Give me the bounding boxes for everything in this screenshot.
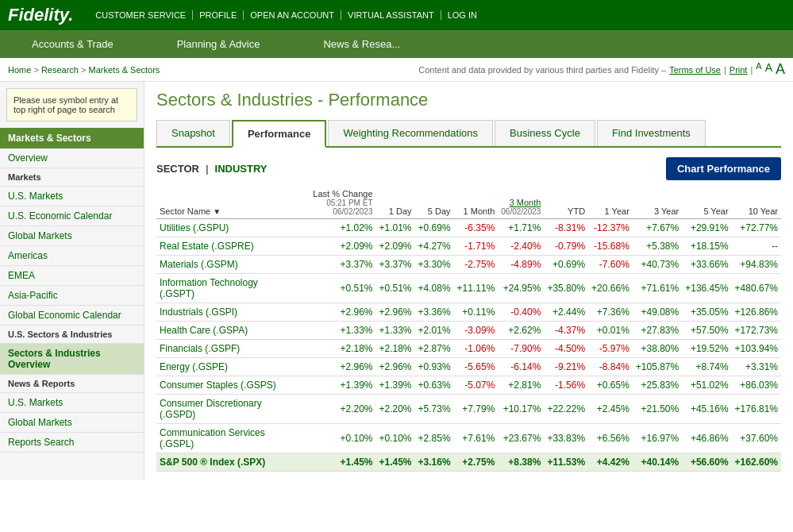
chart-performance-button[interactable]: Chart Performance — [666, 157, 781, 180]
sector-link[interactable]: Utilities (.GSPU) — [160, 222, 229, 233]
cell-5year: +35.05% — [682, 303, 731, 322]
tab-snapshot[interactable]: Snapshot — [156, 120, 230, 146]
cell-5day: +2.01% — [415, 322, 454, 340]
th-3month: 3 Month 06/02/2023 — [498, 187, 544, 219]
news-research-nav[interactable]: News & Resea... — [291, 30, 432, 58]
cell-5day: +3.36% — [415, 303, 454, 322]
cell-5day: +5.73% — [415, 395, 454, 424]
th-sector-name[interactable]: Sector Name ▼ — [156, 187, 296, 219]
top-nav-links: CUSTOMER SERVICE PROFILE OPEN AN ACCOUNT… — [89, 10, 483, 20]
open-account-link[interactable]: OPEN AN ACCOUNT — [244, 10, 341, 20]
cell-last: +2.20% — [296, 395, 375, 424]
sector-link[interactable]: Energy (.GSPE) — [160, 361, 228, 372]
cell-ytd: -8.31% — [544, 219, 588, 237]
sector-link[interactable]: Information Technology (.GSPT) — [160, 277, 258, 299]
th-1year[interactable]: 1 Year — [588, 187, 633, 219]
cell-ytd: -9.21% — [544, 358, 588, 376]
sector-name-sort[interactable]: Sector Name — [160, 206, 210, 216]
sidebar-item-americas[interactable]: Americas — [0, 246, 144, 266]
industry-label[interactable]: INDUSTRY — [215, 163, 268, 175]
breadcrumb-markets[interactable]: Markets & Sectors — [89, 65, 160, 75]
cell-last: +0.10% — [296, 424, 375, 453]
accounts-trade-nav[interactable]: Accounts & Trade — [0, 30, 145, 58]
sector-link[interactable]: Consumer Discretionary (.GSPD) — [160, 398, 262, 420]
fidelity-logo: Fidelity. — [8, 5, 73, 25]
tab-performance[interactable]: Performance — [232, 120, 326, 148]
table-row: Utilities (.GSPU)+1.02%+1.01%+0.69%-6.35… — [156, 219, 781, 237]
3month-date: 06/02/2023 — [501, 207, 541, 216]
table-row: Communication Services (.GSPL)+0.10%+0.1… — [156, 424, 781, 453]
table-row: Consumer Staples (.GSPS)+1.39%+1.39%+0.6… — [156, 376, 781, 395]
sector-link[interactable]: Health Care (.GSPA) — [160, 325, 248, 336]
terms-of-use-link[interactable]: Terms of Use — [669, 65, 721, 75]
sidebar-alert: Please use symbol entry at top right of … — [6, 88, 137, 121]
planning-advice-nav[interactable]: Planning & Advice — [145, 30, 292, 58]
sidebar-item-news-us-markets[interactable]: U.S. Markets — [0, 393, 144, 413]
sector-link[interactable]: Materials (.GSPM) — [160, 259, 238, 270]
sidebar-item-global-markets[interactable]: Global Markets — [0, 226, 144, 246]
sidebar-item-sectors-overview[interactable]: Sectors & Industries Overview — [0, 344, 144, 375]
sidebar-item-us-economic-calendar[interactable]: U.S. Economic Calendar — [0, 206, 144, 226]
virtual-assistant-link[interactable]: VIRTUAL ASSISTANT — [341, 10, 441, 20]
tab-business-cycle[interactable]: Business Cycle — [495, 120, 595, 146]
cell-1day: +1.01% — [376, 219, 415, 237]
font-small[interactable]: A — [756, 61, 761, 78]
main-nav: Accounts & Trade Planning & Advice News … — [0, 30, 793, 58]
cell-1day: +1.39% — [376, 376, 415, 395]
sector-link[interactable]: Consumer Staples (.GSPS) — [160, 380, 276, 391]
cell-1year: -15.68% — [588, 237, 633, 256]
cell-10year: +172.73% — [732, 322, 781, 340]
cell-5year: +51.02% — [682, 376, 731, 395]
th-5year[interactable]: 5 Year — [682, 187, 731, 219]
cell-5day: +4.27% — [415, 237, 454, 256]
cell-3month: -0.40% — [498, 303, 544, 322]
sector-link[interactable]: S&P 500 ® Index (.SPX) — [160, 457, 265, 468]
cell-3month: +8.38% — [498, 453, 544, 472]
cell-1day: +2.96% — [376, 358, 415, 376]
th-1day[interactable]: 1 Day — [376, 187, 415, 219]
font-large[interactable]: A — [776, 61, 785, 78]
th-1month[interactable]: 1 Month — [454, 187, 499, 219]
breadcrumb-home[interactable]: Home — [8, 65, 31, 75]
cell-5year: +46.86% — [682, 424, 731, 453]
cell-5year: +136.45% — [682, 274, 731, 303]
cell-5day: +4.08% — [415, 274, 454, 303]
tab-find-investments[interactable]: Find Investments — [597, 120, 706, 146]
cell-1month: +0.11% — [454, 303, 499, 322]
sidebar-item-us-markets[interactable]: U.S. Markets — [0, 187, 144, 206]
sector-link[interactable]: Industrials (.GSPI) — [160, 306, 237, 318]
print-link[interactable]: Print — [729, 65, 748, 75]
sector-toggle: SECTOR | INDUSTRY — [156, 163, 268, 175]
font-medium[interactable]: A — [765, 61, 772, 78]
sidebar-item-news-global-markets[interactable]: Global Markets — [0, 413, 144, 433]
th-3year[interactable]: 3 Year — [633, 187, 682, 219]
cell-3month: -2.40% — [498, 237, 544, 256]
sector-link[interactable]: Communication Services (.GSPL) — [160, 427, 265, 449]
breadcrumb-research[interactable]: Research — [41, 65, 79, 75]
sector-link[interactable]: Financials (.GSPF) — [160, 343, 240, 354]
sidebar-item-global-economic-calendar[interactable]: Global Economic Calendar — [0, 306, 144, 326]
sidebar-item-overview[interactable]: Overview — [0, 148, 144, 168]
th-ytd[interactable]: YTD — [544, 187, 588, 219]
profile-link[interactable]: PROFILE — [193, 10, 244, 20]
cell-1year: -5.97% — [588, 340, 633, 358]
sidebar-item-emea[interactable]: EMEA — [0, 266, 144, 286]
cell-name: Utilities (.GSPU) — [156, 219, 296, 237]
cell-1day: +2.18% — [376, 340, 415, 358]
customer-service-link[interactable]: CUSTOMER SERVICE — [89, 10, 193, 20]
cell-last: +2.18% — [296, 340, 375, 358]
cell-name: Real Estate (.GSPRE) — [156, 237, 296, 256]
cell-1year: +20.66% — [588, 274, 633, 303]
sector-link[interactable]: Real Estate (.GSPRE) — [160, 241, 254, 252]
th-5day[interactable]: 5 Day — [415, 187, 454, 219]
log-in-link[interactable]: LOG IN — [441, 10, 483, 20]
tab-weighting[interactable]: Weighting Recommendations — [328, 120, 493, 146]
cell-3year: +16.97% — [633, 424, 682, 453]
breadcrumb-right: Content and data provided by various thi… — [418, 61, 785, 78]
sidebar-item-asia-pacific[interactable]: Asia-Pacific — [0, 286, 144, 306]
th-10year[interactable]: 10 Year — [732, 187, 781, 219]
cell-1month: -3.09% — [454, 322, 499, 340]
cell-5day: +2.85% — [415, 424, 454, 453]
page-title: Sectors & Industries - Performance — [156, 90, 781, 110]
sidebar-item-reports-search[interactable]: Reports Search — [0, 433, 144, 453]
